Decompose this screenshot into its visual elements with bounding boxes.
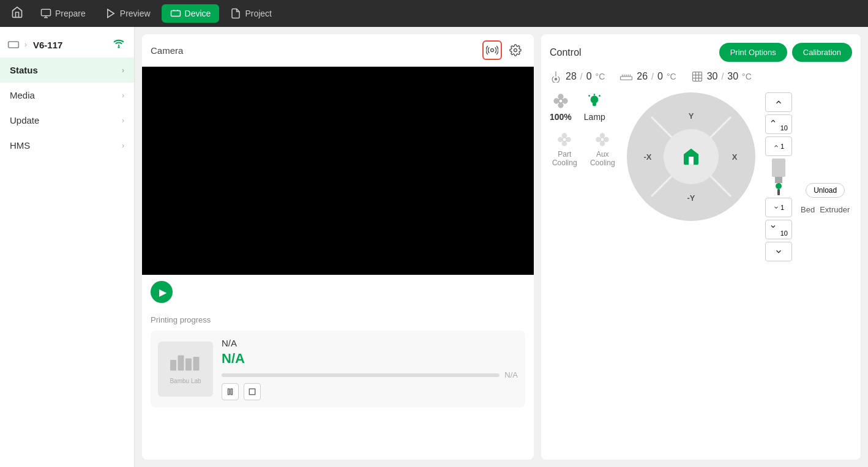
svg-marker-3 <box>108 9 114 18</box>
device-icon <box>7 39 20 51</box>
right-controls: 10 1 <box>765 92 850 261</box>
sidebar-item-media[interactable]: Media › <box>0 83 134 108</box>
nav-prepare[interactable]: Prepare <box>32 4 94 23</box>
jog-y-minus-button[interactable]: -Y <box>673 179 709 216</box>
z-down-10-button[interactable]: 10 <box>765 220 792 239</box>
aux-cooling-item: Aux Cooling <box>588 132 617 167</box>
svg-rect-15 <box>249 389 255 394</box>
bed-temp-icon <box>619 70 633 83</box>
print-thumbnail: Bambu Lab <box>158 342 213 397</box>
svg-rect-5 <box>9 42 19 48</box>
z-up-10-button[interactable]: 10 <box>765 114 792 134</box>
jog-wheel-container: Y -Y -X X <box>627 92 755 221</box>
camera-stream-button[interactable] <box>482 40 502 60</box>
svg-point-16 <box>555 78 556 80</box>
bed-temp-target: 0 <box>657 71 663 82</box>
home-icon <box>681 147 701 166</box>
svg-rect-11 <box>185 358 192 370</box>
svg-point-8 <box>514 49 517 52</box>
content-area: Camera ▶ Printing pr <box>135 27 868 467</box>
progress-actions <box>222 383 518 400</box>
print-options-button[interactable]: Print Options <box>719 43 787 62</box>
svg-rect-30 <box>772 159 785 177</box>
chamber-temp-target: 30 <box>727 71 738 82</box>
chevron-icon: › <box>122 141 124 150</box>
stop-button[interactable] <box>244 383 261 400</box>
fan-speed-icon <box>552 92 569 110</box>
z-up-1-button[interactable]: 1 <box>765 136 792 156</box>
print-name: N/A <box>222 338 518 348</box>
chevron-icon: › <box>122 66 124 75</box>
svg-rect-33 <box>777 189 780 195</box>
sidebar-item-status[interactable]: Status › <box>0 58 134 83</box>
calibration-button[interactable]: Calibration <box>792 43 852 62</box>
chamber-temp-value: 30 <box>707 71 718 82</box>
print-job-card: Bambu Lab N/A N/A N/A <box>151 331 525 408</box>
svg-rect-17 <box>621 77 632 80</box>
svg-line-22 <box>589 95 590 97</box>
progress-bar-bg <box>222 373 499 377</box>
nav-device[interactable]: Device <box>162 4 220 23</box>
camera-title: Camera <box>151 45 482 56</box>
aux-cooling-label: Aux Cooling <box>588 150 617 167</box>
svg-rect-9 <box>170 359 176 370</box>
sidebar-header: › V6-117 <box>0 32 134 58</box>
jog-x-minus-button[interactable]: -X <box>629 138 666 175</box>
camera-settings-button[interactable] <box>506 40 525 60</box>
jog-wheel: Y -Y -X X <box>627 92 755 221</box>
z-up-arrow-button[interactable] <box>765 92 792 112</box>
svg-point-6 <box>118 47 119 48</box>
jog-x-plus-button[interactable]: X <box>716 138 753 175</box>
bed-ext-labels: Bed Extruder <box>801 205 850 214</box>
print-sub: N/A <box>222 351 518 367</box>
svg-rect-13 <box>228 389 230 394</box>
unload-button[interactable]: Unload <box>806 183 845 198</box>
lamp-label: Lamp <box>584 112 605 122</box>
play-button[interactable]: ▶ <box>151 281 173 303</box>
print-info: N/A N/A N/A <box>222 338 518 400</box>
camera-panel: Camera ▶ Printing pr <box>142 34 534 460</box>
device-name: V6-117 <box>33 40 62 50</box>
fan-speed-item: 100% <box>550 92 572 122</box>
z-down-1-button[interactable]: 1 <box>765 198 792 217</box>
home-button[interactable] <box>664 129 719 184</box>
svg-rect-14 <box>231 389 232 394</box>
nav-preview[interactable]: Preview <box>97 4 159 23</box>
camera-header: Camera <box>142 34 534 67</box>
z-down-arrow-button[interactable] <box>765 242 792 261</box>
nozzle-temp-target: 0 <box>586 71 592 82</box>
sidebar-item-hms[interactable]: HMS › <box>0 133 134 158</box>
camera-view <box>142 67 534 275</box>
lamp-item[interactable]: Lamp <box>584 92 605 122</box>
wifi-icon <box>113 38 124 51</box>
printing-progress-section: Printing progress Bambu Lab <box>142 309 534 416</box>
temp-nozzle: 28 / 0 °C <box>550 70 605 83</box>
fans-column: 100% Lamp <box>550 92 617 261</box>
cooling-fans-row: Part Cooling Aux Cooling <box>550 132 617 167</box>
extruder-section: Unload Bed Extruder <box>801 92 850 214</box>
temp-bed: 26 / 0 °C <box>619 70 676 83</box>
pause-button[interactable] <box>222 383 239 400</box>
nozzle-temp-icon <box>550 70 562 83</box>
sidebar-item-update[interactable]: Update › <box>0 108 134 133</box>
nav-project[interactable]: Project <box>222 4 280 23</box>
aux-cooling-icon <box>594 132 610 148</box>
jog-y-plus-button[interactable]: Y <box>673 97 709 134</box>
extruder-label: Extruder <box>820 205 850 214</box>
main-area: › V6-117 Status › Media › Update › HMS › <box>0 27 868 467</box>
svg-point-20 <box>591 96 598 103</box>
svg-rect-31 <box>775 177 782 183</box>
bed-temp-value: 26 <box>637 71 648 82</box>
bed-label: Bed <box>801 205 815 214</box>
chevron-icon: › <box>122 116 124 125</box>
extruder-svg <box>767 155 790 198</box>
home-button[interactable] <box>5 2 29 24</box>
svg-rect-10 <box>178 355 184 370</box>
svg-rect-0 <box>42 9 51 16</box>
chamber-temp-icon <box>691 70 703 83</box>
part-cooling-icon <box>556 132 572 148</box>
control-area: 100% Lamp <box>550 92 852 261</box>
control-title: Control <box>550 47 719 58</box>
progress-na: N/A <box>504 370 518 379</box>
camera-controls: ▶ <box>142 275 534 309</box>
